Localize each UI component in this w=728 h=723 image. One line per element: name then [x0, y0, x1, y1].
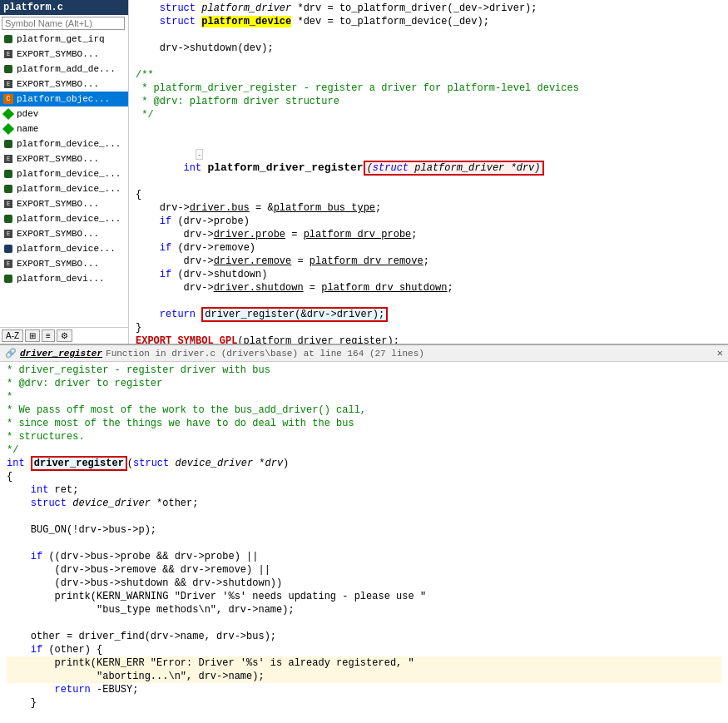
code-line: if (drv->remove) — [136, 241, 721, 255]
sidebar-item-name[interactable]: name — [0, 121, 128, 136]
code-line — [136, 295, 721, 308]
item-icon: E — [2, 47, 15, 61]
item-icon: E — [2, 77, 15, 91]
code-line: */ — [136, 108, 721, 121]
sidebar-item-platform_devi_last[interactable]: platform_devi... — [0, 271, 128, 286]
bottom-icon: 🔗 — [5, 348, 17, 359]
sidebar-title: platform.c — [0, 0, 128, 15]
code-line: * — [7, 390, 721, 404]
code-line: printk(KERN_WARNING "Driver '%s' needs u… — [7, 590, 721, 603]
item-icon — [2, 272, 15, 285]
code-line-err2: "aborting...\n", drv->name); — [7, 670, 721, 683]
sidebar-item-label: platform_device_... — [17, 139, 121, 149]
code-line — [7, 510, 721, 523]
sidebar-item-label: EXPORT_SYMBO... — [17, 199, 99, 209]
item-icon — [2, 167, 15, 181]
sidebar-item-label: platform_device_... — [17, 169, 121, 179]
sidebar-item-EXPORT_SYMBO_3[interactable]: EEXPORT_SYMBO... — [0, 151, 128, 166]
sidebar-item-platform_device_sel[interactable]: platform_device... — [0, 241, 128, 256]
search-input[interactable] — [2, 17, 125, 30]
item-icon — [2, 32, 15, 46]
collapse-button[interactable]: - — [196, 149, 203, 160]
bottom-header: 🔗 driver_register Function in driver.c (… — [0, 345, 728, 362]
bottom-fn-name: driver_register — [20, 349, 102, 359]
code-line — [7, 537, 721, 550]
code-line-fn-def: - int platform_driver_register(struct pl… — [136, 121, 721, 188]
code-line: struct platform_driver *drv = to_platfor… — [136, 2, 721, 15]
sidebar-item-label: EXPORT_SYMBO... — [17, 259, 99, 269]
top-panel: platform.c platform_get_irqEEXPORT_SYMBO… — [0, 0, 728, 345]
code-line: drv->driver.remove = platform_drv_remove… — [136, 255, 721, 268]
code-line: } — [7, 696, 721, 710]
close-button[interactable]: ✕ — [717, 347, 723, 359]
code-line: * @drv: driver to register — [7, 377, 721, 390]
sidebar-bottom: A-Z ⊞ ≡ ⚙ — [0, 327, 128, 344]
code-panel-top: struct platform_driver *drv = to_platfor… — [129, 0, 728, 344]
code-line — [136, 28, 721, 42]
settings-button[interactable]: ⚙ — [57, 329, 72, 342]
sidebar-item-platform_device_4[interactable]: platform_device_... — [0, 211, 128, 226]
item-icon — [2, 122, 15, 136]
grid-view-button[interactable]: ⊞ — [25, 329, 40, 342]
code-line: * @drv: platform driver structure — [136, 95, 721, 108]
code-line-fn-def-bottom: int driver_register(struct device_driver… — [7, 457, 721, 470]
sidebar-item-label: EXPORT_SYMBO... — [17, 154, 99, 164]
item-icon: E — [2, 152, 15, 166]
code-line: drv->driver.probe = platform_drv_probe; — [136, 228, 721, 241]
sidebar-item-platform_device_3[interactable]: platform_device_... — [0, 181, 128, 196]
sidebar-item-label: name — [17, 124, 38, 134]
sidebar-item-label: platform_devi... — [17, 274, 105, 284]
code-line: struct device_driver *other; — [7, 497, 721, 510]
sidebar-items: platform_get_irqEEXPORT_SYMBO...platform… — [0, 32, 128, 327]
sidebar-item-label: platform_device_... — [17, 184, 121, 194]
sidebar-item-label: platform_add_de... — [17, 64, 116, 74]
code-line — [7, 710, 721, 723]
item-icon: E — [2, 197, 15, 210]
bottom-section: 🔗 driver_register Function in driver.c (… — [0, 345, 728, 723]
sidebar-item-label: platform_device... — [17, 244, 116, 254]
code-line-err: printk(KERN_ERR "Error: Driver '%s' is a… — [7, 656, 721, 670]
item-icon — [2, 62, 15, 76]
code-line: if (drv->probe) — [136, 215, 721, 228]
code-line: other = driver_find(drv->name, drv->bus)… — [7, 630, 721, 643]
sidebar-item-label: platform_get_irq — [17, 34, 105, 44]
main-container: platform.c platform_get_irqEEXPORT_SYMBO… — [0, 0, 728, 723]
sidebar-item-platform_objec[interactable]: Cplatform_objec... — [0, 92, 128, 106]
sidebar-item-EXPORT_SYMBO_2[interactable]: EEXPORT_SYMBO... — [0, 77, 128, 92]
list-view-button[interactable]: ≡ — [42, 329, 55, 342]
code-line: drv->driver.bus = &platform_bus_type; — [136, 201, 721, 215]
sidebar: platform.c platform_get_irqEEXPORT_SYMBO… — [0, 0, 129, 344]
code-line — [136, 55, 721, 68]
sidebar-item-EXPORT_SYMBO_6[interactable]: EEXPORT_SYMBO... — [0, 256, 128, 271]
item-icon: E — [2, 257, 15, 270]
code-line: if ((drv->bus->probe && drv->probe) || — [7, 550, 721, 563]
code-line: * driver_register - register driver with… — [7, 364, 721, 377]
code-line: "bus_type methods\n", drv->name); — [7, 603, 721, 617]
bottom-code-panel: * driver_register - register driver with… — [0, 362, 728, 723]
sidebar-item-pdev[interactable]: pdev — [0, 106, 128, 121]
code-line: { — [7, 470, 721, 483]
code-line: * structures. — [7, 430, 721, 443]
code-line: (drv->bus->remove && drv->remove) || — [7, 563, 721, 577]
code-line: if (other) { — [7, 643, 721, 656]
item-icon: E — [2, 227, 15, 240]
code-line: /** — [136, 68, 721, 82]
code-line: * platform_driver_register - register a … — [136, 82, 721, 95]
sidebar-item-EXPORT_SYMBO_4[interactable]: EEXPORT_SYMBO... — [0, 196, 128, 211]
code-line-return: return driver_register(&drv->driver); — [136, 308, 721, 321]
code-line: return -EBUSY; — [7, 683, 721, 696]
sidebar-item-platform_get_irq[interactable]: platform_get_irq — [0, 32, 128, 47]
sidebar-item-label: EXPORT_SYMBO... — [17, 49, 99, 59]
sidebar-item-platform_device_1[interactable]: platform_device_... — [0, 136, 128, 151]
item-icon — [2, 107, 15, 121]
code-line: drv->driver.shutdown = platform_drv_shut… — [136, 281, 721, 295]
sidebar-item-platform_add_de[interactable]: platform_add_de... — [0, 62, 128, 77]
sidebar-item-EXPORT_SYMBO_1[interactable]: EEXPORT_SYMBO... — [0, 47, 128, 62]
item-icon — [2, 182, 15, 196]
sidebar-item-EXPORT_SYMBO_5[interactable]: EEXPORT_SYMBO... — [0, 226, 128, 241]
code-line: BUG_ON(!drv->bus->p); — [7, 523, 721, 537]
code-line: int ret; — [7, 483, 721, 497]
sort-az-button[interactable]: A-Z — [2, 329, 23, 342]
item-icon — [2, 242, 15, 255]
sidebar-item-platform_device_2[interactable]: platform_device_... — [0, 166, 128, 181]
